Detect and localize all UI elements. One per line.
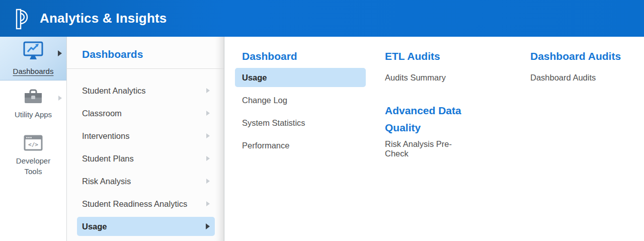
app-title: Analytics & Insights: [40, 11, 167, 26]
panel-item-label: Classroom: [82, 109, 122, 118]
flyout-item-risk-analysis-pre-check[interactable]: Risk Analysis Pre-Check: [378, 139, 477, 158]
flyout-item-usage[interactable]: Usage: [235, 68, 366, 87]
panel-title: Dashboards: [67, 48, 224, 61]
code-window-icon: </>: [23, 135, 43, 151]
icon-sidebar: Dashboards Utility Apps: [0, 37, 67, 241]
chevron-right-icon: [206, 201, 210, 206]
flyout-heading-dashboard-audits[interactable]: Dashboard Audits: [523, 48, 634, 65]
panel-item-label: Risk Analysis: [82, 177, 131, 186]
toolbox-icon: [23, 88, 43, 105]
flyout-item-audits-summary[interactable]: Audits Summary: [378, 68, 477, 87]
chevron-right-icon: [206, 133, 210, 138]
flyout-item-performance[interactable]: Performance: [235, 136, 366, 155]
panel-item-student-analytics[interactable]: Student Analytics: [77, 81, 215, 100]
panel-item-risk-analysis[interactable]: Risk Analysis: [77, 172, 215, 191]
chevron-right-icon: [206, 223, 210, 229]
chevron-right-icon: [206, 111, 210, 116]
sidebar-item-utility-apps[interactable]: Utility Apps: [0, 81, 66, 127]
panel-divider: [67, 68, 224, 69]
flyout-item-dashboard-audits[interactable]: Dashboard Audits: [523, 68, 634, 87]
dashboard-monitor-icon: [22, 41, 45, 61]
sidebar-item-label: Developer Tools: [10, 155, 56, 177]
flyout-heading-dashboard[interactable]: Dashboard: [235, 48, 366, 65]
flyout-heading-advanced-data-quality[interactable]: Advanced Data Quality: [378, 102, 477, 136]
panel-item-usage[interactable]: Usage: [77, 217, 215, 236]
powerschool-logo[interactable]: [14, 6, 32, 31]
svg-text:</>: </>: [28, 141, 38, 148]
flyout-column-dashboard: Dashboard Usage Change Log System Statis…: [235, 48, 366, 158]
flyout-item-change-log[interactable]: Change Log: [235, 91, 366, 110]
app-window: Analytics & Insights Dashboards: [0, 0, 644, 241]
chevron-right-icon: [58, 96, 62, 101]
sidebar-item-label: Dashboards: [13, 66, 54, 76]
chevron-right-icon: [206, 88, 210, 93]
flyout-column-dashboard-audits: Dashboard Audits Dashboard Audits: [523, 48, 634, 91]
usage-flyout-menu: Dashboard Usage Change Log System Statis…: [224, 37, 644, 241]
panel-item-interventions[interactable]: Interventions: [77, 126, 215, 145]
sidebar-item-label: Utility Apps: [15, 109, 52, 120]
sidebar-item-dashboards[interactable]: Dashboards: [0, 37, 66, 81]
panel-item-classroom[interactable]: Classroom: [77, 104, 215, 123]
chevron-right-icon: [206, 156, 210, 161]
panel-item-label: Student Readiness Analytics: [82, 199, 187, 209]
flyout-column-audits: ETL Audits Audits Summary Advanced Data …: [378, 48, 477, 162]
panel-item-label: Usage: [82, 222, 107, 231]
chevron-right-icon: [206, 179, 210, 184]
panel-item-label: Student Plans: [82, 154, 134, 164]
dashboards-panel: Dashboards Student Analytics Classroom I…: [67, 37, 224, 241]
panel-item-student-plans[interactable]: Student Plans: [77, 149, 215, 168]
panel-item-label: Interventions: [82, 131, 129, 141]
panel-item-label: Student Analytics: [82, 86, 146, 96]
app-header: Analytics & Insights: [0, 0, 644, 37]
sidebar-item-developer-tools[interactable]: </> Developer Tools: [0, 127, 66, 183]
flyout-heading-etl-audits[interactable]: ETL Audits: [378, 48, 477, 65]
flyout-item-system-statistics[interactable]: System Statistics: [235, 113, 366, 132]
panel-item-student-readiness-analytics[interactable]: Student Readiness Analytics: [77, 194, 215, 213]
chevron-right-icon: [58, 50, 62, 56]
